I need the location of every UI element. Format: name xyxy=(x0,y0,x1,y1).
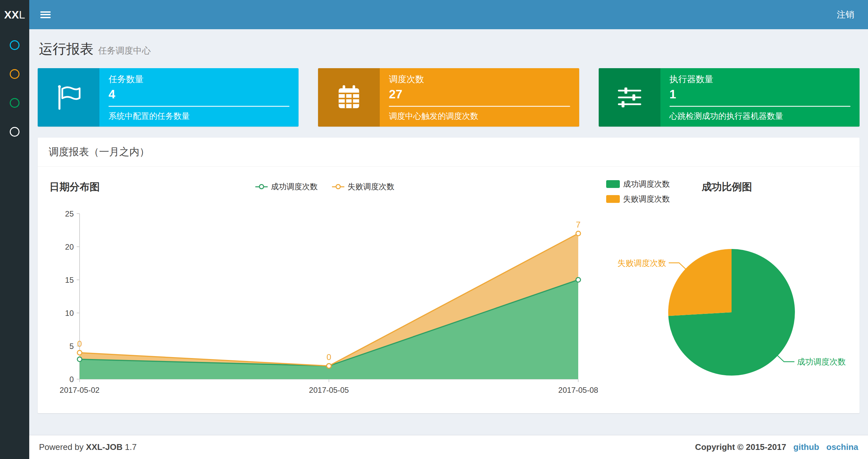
info-box-icon-area xyxy=(38,68,99,127)
legend-line-marker xyxy=(255,184,268,189)
info-box-description: 调度中心触发的调度次数 xyxy=(389,111,570,122)
circle-icon xyxy=(10,127,20,137)
svg-text:0: 0 xyxy=(77,339,82,349)
svg-text:20: 20 xyxy=(65,242,74,251)
sidebar-item-3[interactable] xyxy=(0,88,29,117)
info-box-label: 任务数量 xyxy=(108,73,289,85)
svg-text:7: 7 xyxy=(576,220,581,230)
flag-icon xyxy=(55,84,82,111)
svg-text:25: 25 xyxy=(65,209,74,218)
line-legend-item-2[interactable]: 失败调度次数 xyxy=(332,182,394,192)
hamburger-icon xyxy=(40,10,51,20)
page-title: 运行报表任务调度中心 xyxy=(39,42,858,56)
divider xyxy=(670,106,850,107)
report-panel: 调度报表（一月之内） 日期分布图 成功调度次数失败调度次数 0510152025… xyxy=(38,138,860,413)
logo-text-light: L xyxy=(19,8,25,21)
sidebar-item-4[interactable] xyxy=(0,117,29,146)
data-point xyxy=(77,357,82,362)
data-point xyxy=(77,350,82,355)
svg-text:15: 15 xyxy=(65,275,74,284)
logout-button[interactable]: 注销 xyxy=(823,0,868,29)
info-box-icon-area xyxy=(599,68,660,127)
calendar-icon xyxy=(335,84,363,111)
info-box-value: 1 xyxy=(670,88,850,101)
svg-text:2017-05-02: 2017-05-02 xyxy=(60,386,100,394)
sidebar-item-1[interactable] xyxy=(0,31,29,59)
top-navbar: XXL 注销 xyxy=(0,0,868,29)
svg-text:失败调度次数: 失败调度次数 xyxy=(618,258,666,267)
app-logo[interactable]: XXL xyxy=(0,0,29,29)
divider xyxy=(108,106,289,107)
legend-label: 失败调度次数 xyxy=(348,182,394,192)
data-point xyxy=(576,277,581,282)
date-distribution-chart: 日期分布图 成功调度次数失败调度次数 05101520252017-05-022… xyxy=(49,166,601,413)
data-point xyxy=(327,364,331,368)
navbar: 注销 xyxy=(29,0,868,29)
data-point xyxy=(576,231,581,236)
info-box-value: 27 xyxy=(389,88,570,101)
svg-text:10: 10 xyxy=(65,309,74,318)
github-link[interactable]: github xyxy=(793,442,819,452)
circle-icon xyxy=(10,98,20,108)
page-header: 运行报表任务调度中心 xyxy=(38,29,860,66)
legend-line-marker xyxy=(332,184,344,189)
info-box-triggers: 调度次数 27 调度中心触发的调度次数 xyxy=(318,68,579,127)
logo-text-bold: XX xyxy=(4,8,19,21)
pie-slice-2 xyxy=(668,249,732,316)
info-box-description: 系统中配置的任务数量 xyxy=(108,111,289,122)
legend-label: 成功调度次数 xyxy=(271,182,318,192)
circle-icon xyxy=(10,69,20,79)
copyright-text: Copyright © 2015-2017 xyxy=(695,442,786,452)
line-chart-title: 日期分布图 xyxy=(50,180,100,194)
divider xyxy=(389,106,570,107)
product-version: 1.7 xyxy=(125,442,136,452)
info-box-label: 执行器数量 xyxy=(670,73,850,85)
powered-by: Powered by XXL-JOB 1.7 xyxy=(39,442,137,452)
page-content: 运行报表任务调度中心 任务数量 xyxy=(29,29,868,435)
svg-text:成功调度次数: 成功调度次数 xyxy=(797,357,845,366)
success-ratio-chart: 成功调度次数失败调度次数 成功比例图 成功调度次数失败调度次数 xyxy=(601,166,848,413)
app-window: XXL 注销 运行报表任务调度中心 xyxy=(0,0,868,459)
info-box-label: 调度次数 xyxy=(389,73,570,85)
pie-chart-svg[interactable]: 成功调度次数失败调度次数 xyxy=(601,166,851,413)
sliders-icon xyxy=(616,84,643,111)
line-legend-item-1[interactable]: 成功调度次数 xyxy=(255,182,318,192)
circle-icon xyxy=(10,40,20,50)
svg-text:0: 0 xyxy=(69,375,74,384)
info-box-description: 心跳检测成功的执行器机器数量 xyxy=(670,111,850,122)
svg-text:0: 0 xyxy=(327,352,331,362)
sidebar-item-2[interactable] xyxy=(0,59,29,88)
svg-text:5: 5 xyxy=(69,342,74,351)
info-box-value: 4 xyxy=(108,88,289,101)
sidebar-menu xyxy=(0,29,29,459)
page-footer: Powered by XXL-JOB 1.7 Copyright © 2015-… xyxy=(29,435,868,459)
info-box-row: 任务数量 4 系统中配置的任务数量 xyxy=(38,68,860,127)
panel-title: 调度报表（一月之内） xyxy=(38,138,860,166)
sidebar-toggle-button[interactable] xyxy=(29,0,62,29)
product-name: XXL-JOB xyxy=(86,442,123,452)
line-chart-legend: 成功调度次数失败调度次数 xyxy=(255,182,394,192)
info-box-icon-area xyxy=(318,68,380,127)
svg-text:2017-05-08: 2017-05-08 xyxy=(558,386,598,394)
info-box-jobs: 任务数量 4 系统中配置的任务数量 xyxy=(38,68,299,127)
line-chart-svg[interactable]: 05101520252017-05-022017-05-052017-05-08… xyxy=(49,204,601,408)
page-subtitle: 任务调度中心 xyxy=(98,46,151,56)
oschina-link[interactable]: oschina xyxy=(827,442,858,452)
info-box-executors: 执行器数量 1 心跳检测成功的执行器机器数量 xyxy=(599,68,860,127)
svg-text:2017-05-05: 2017-05-05 xyxy=(309,386,349,394)
